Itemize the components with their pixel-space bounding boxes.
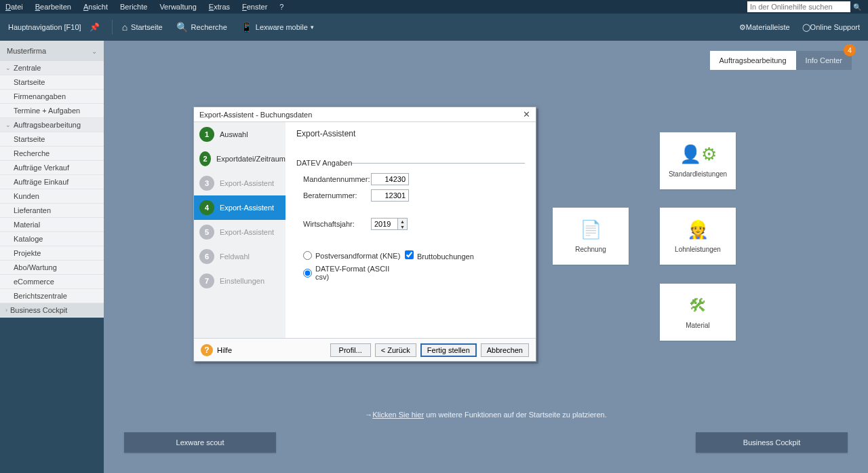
step-4: 4Export-Assistent	[194, 195, 285, 220]
help-button[interactable]: ?Hilfe	[201, 344, 232, 356]
mandantennummer-label: Mandantennummer:	[303, 175, 371, 183]
menu-bearbeiten[interactable]: Bearbeiten	[35, 3, 71, 11]
menu-ansicht[interactable]: Ansicht	[83, 3, 108, 11]
radio-kne[interactable]	[303, 251, 312, 260]
sidebar-item-recherche[interactable]: Recherche	[0, 147, 104, 161]
sidebar-item-auftraege-verkauf[interactable]: Aufträge Verkauf	[0, 161, 104, 175]
tile-lohnleistungen[interactable]: 👷 Lohnleistungen	[660, 208, 736, 265]
toolbar-recherche[interactable]: 🔍Recherche	[176, 22, 227, 33]
close-icon[interactable]: ✕	[523, 109, 530, 119]
material-icon: 🛠	[689, 295, 707, 316]
dialog-titlebar: Export-Assistent - Buchungsdaten ✕	[194, 107, 536, 122]
sidebar-item-ecommerce[interactable]: eCommerce	[0, 275, 104, 289]
menu-fenster[interactable]: Fenster	[242, 3, 267, 11]
beraternummer-input[interactable]	[371, 189, 409, 202]
tile-material[interactable]: 🛠 Material	[660, 284, 736, 341]
menu-bar: Datei Bearbeiten Ansicht Berichte Verwal…	[0, 0, 868, 14]
chevron-down-icon: ⌄	[5, 64, 11, 71]
checkbox-brutto[interactable]	[405, 250, 414, 259]
mobile-icon: 📱	[241, 22, 252, 33]
dialog-content: Export-Assistent DATEV Angaben Mandanten…	[285, 122, 536, 338]
sidebar-item-startseite2[interactable]: Startseite	[0, 132, 104, 147]
toolbar-lexware-mobile[interactable]: 📱Lexware mobile▾	[241, 22, 314, 33]
menu-help[interactable]: ?	[279, 3, 283, 11]
hint-link[interactable]: Klicken Sie hier	[372, 411, 424, 419]
finish-button[interactable]: Fertig stellen	[420, 343, 477, 357]
lexware-scout-button[interactable]: Lexware scout	[124, 432, 276, 453]
sidebar-item-kataloge[interactable]: Kataloge	[0, 232, 104, 246]
chevron-down-icon: ⌄	[92, 48, 97, 55]
info-center-badge: 4	[844, 44, 856, 56]
sidebar-item-termine[interactable]: Termine + Aufgaben	[0, 104, 104, 118]
firm-selector[interactable]: Musterfirma⌄	[0, 41, 104, 61]
wirtschaftsjahr-input[interactable]	[371, 218, 398, 230]
sidebar-group-zentrale[interactable]: ⌄Zentrale	[0, 61, 104, 75]
sidebar: Musterfirma⌄ ⌄Zentrale Startseite Firmen…	[0, 41, 104, 473]
sidebar-item-auftraege-einkauf[interactable]: Aufträge Einkauf	[0, 175, 104, 189]
wirtschaftsjahr-label: Wirtschaftsjahr:	[303, 220, 371, 228]
step-5: 5Export-Assistent	[194, 220, 285, 244]
tile-rechnung[interactable]: 📄 Rechnung	[553, 208, 629, 265]
dialog-footer: ?Hilfe Profil... < Zurück Fertig stellen…	[194, 338, 536, 361]
step-6: 6Feldwahl	[194, 244, 285, 269]
back-button[interactable]: < Zurück	[375, 343, 416, 357]
lohnleistungen-icon: 👷	[687, 219, 709, 240]
toolbar-materialleiste[interactable]: ⚙Materialleiste	[739, 23, 790, 32]
hint-line: →Klicken Sie hier um weitere Funktionen …	[104, 411, 868, 419]
gear-icon: ⚙	[739, 23, 746, 32]
toolbar-online-support[interactable]: ◯Online Support	[802, 23, 860, 32]
sidebar-item-berichtszentrale[interactable]: Berichtszentrale	[0, 289, 104, 303]
sidebar-item-lieferanten[interactable]: Lieferanten	[0, 204, 104, 218]
standardleistungen-icon: 👤⚙	[679, 144, 717, 165]
sidebar-item-abo-wartung[interactable]: Abo/Wartung	[0, 261, 104, 275]
menu-verwaltung[interactable]: Verwaltung	[159, 3, 196, 11]
sidebar-group-business-cockpit[interactable]: ›Business Cockpit	[0, 303, 104, 318]
sidebar-item-material[interactable]: Material	[0, 218, 104, 232]
tile-standardleistungen[interactable]: 👤⚙ Standardleistungen	[660, 132, 736, 189]
sidebar-item-startseite[interactable]: Startseite	[0, 75, 104, 90]
dialog-title: Export-Assistent - Buchungsdaten	[199, 111, 312, 119]
home-icon: ⌂	[122, 22, 127, 33]
search-icon: 🔍	[176, 22, 188, 33]
step-1[interactable]: 1Auswahl	[194, 122, 285, 147]
menu-berichte[interactable]: Berichte	[120, 3, 147, 11]
step-2[interactable]: 2Exportdatei/Zeitraum	[194, 147, 285, 171]
section-label: DATEV Angaben	[296, 159, 352, 167]
spin-up-icon[interactable]: ▲	[398, 219, 407, 224]
tab-info-center[interactable]: Info Center 4	[796, 51, 852, 70]
support-icon: ◯	[802, 23, 810, 32]
rechnung-icon: 📄	[580, 219, 601, 240]
cancel-button[interactable]: Abbrechen	[481, 343, 529, 357]
sidebar-item-projekte[interactable]: Projekte	[0, 246, 104, 261]
menu-extras[interactable]: Extras	[209, 3, 230, 11]
sidebar-group-auftragsbearbeitung[interactable]: ⌄Auftragsbearbeitung	[0, 118, 104, 132]
pin-icon[interactable]: 📌	[90, 22, 100, 32]
tab-auftragsbearbeitung[interactable]: Auftragsbearbeitung	[710, 51, 796, 70]
content-heading: Export-Assistent	[296, 129, 525, 138]
menu-datei[interactable]: Datei	[5, 3, 23, 11]
chevron-right-icon: ›	[5, 307, 7, 314]
help-search-input[interactable]	[747, 1, 850, 12]
toolbar: Hauptnavigation [F10] 📌 ⌂Startseite 🔍Rec…	[0, 14, 868, 41]
mandantennummer-input[interactable]	[371, 173, 409, 185]
step-7: 7Einstellungen	[194, 269, 285, 293]
beraternummer-label: Beraternummer:	[303, 191, 371, 200]
business-cockpit-button[interactable]: Business Cockpit	[696, 432, 848, 453]
help-icon: ?	[201, 344, 213, 356]
radio-datev[interactable]	[303, 269, 312, 278]
spin-down-icon[interactable]: ▼	[398, 224, 407, 229]
sidebar-item-firmenangaben[interactable]: Firmenangaben	[0, 90, 104, 104]
step-3: 3Export-Assistent	[194, 171, 285, 195]
profil-button[interactable]: Profil...	[330, 343, 371, 357]
export-assistent-dialog: Export-Assistent - Buchungsdaten ✕ 1Ausw…	[193, 107, 536, 362]
sidebar-item-kunden[interactable]: Kunden	[0, 189, 104, 204]
main-nav-label: Hauptnavigation [F10]	[8, 23, 81, 31]
chevron-down-icon: ⌄	[5, 121, 11, 128]
year-spinner[interactable]: ▲▼	[398, 218, 408, 230]
top-tabs: Auftragsbearbeitung Info Center 4	[710, 51, 852, 70]
help-search-button[interactable]: 🔍	[852, 1, 863, 12]
toolbar-startseite[interactable]: ⌂Startseite	[122, 22, 163, 33]
wizard-steps: 1Auswahl 2Exportdatei/Zeitraum 3Export-A…	[194, 122, 285, 338]
